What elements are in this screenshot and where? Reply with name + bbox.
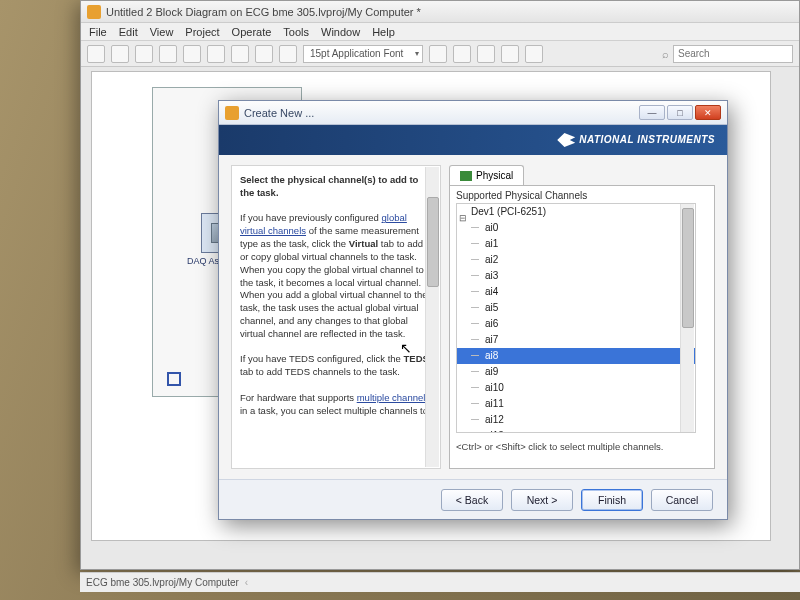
menu-operate[interactable]: Operate — [232, 26, 272, 38]
help-text: in a task, you can select multiple chann… — [240, 405, 428, 416]
cancel-button[interactable]: Cancel — [651, 489, 713, 511]
tree-scrollbar[interactable] — [680, 204, 694, 432]
menu-project[interactable]: Project — [185, 26, 219, 38]
distribute-button[interactable] — [453, 45, 471, 63]
tree-channel-ai7[interactable]: ai7 — [457, 332, 695, 348]
help-scroll-thumb[interactable] — [427, 197, 439, 287]
device-label: Dev1 (PCI-6251) — [471, 206, 546, 217]
tree-heading: Supported Physical Channels — [450, 186, 714, 203]
status-sep: ‹ — [245, 577, 248, 588]
back-button[interactable]: < Back — [441, 489, 503, 511]
tree-channel-ai12[interactable]: ai12 — [457, 412, 695, 428]
menu-view[interactable]: View — [150, 26, 174, 38]
tree-channel-ai13[interactable]: ai13 — [457, 428, 695, 433]
window-title: Untitled 2 Block Diagram on ECG bme 305.… — [106, 6, 421, 18]
tree-scroll-thumb[interactable] — [682, 208, 694, 328]
next-button[interactable]: Next > — [511, 489, 573, 511]
channel-pane: Physical Supported Physical Channels Dev… — [449, 165, 715, 469]
help-text: tab to add or copy global virtual channe… — [240, 238, 428, 339]
tree-channel-ai3[interactable]: ai3 — [457, 268, 695, 284]
menu-window[interactable]: Window — [321, 26, 360, 38]
tree-channel-ai9[interactable]: ai9 — [457, 364, 695, 380]
tree-channel-ai2[interactable]: ai2 — [457, 252, 695, 268]
maximize-button[interactable]: □ — [667, 105, 693, 120]
resize-button[interactable] — [477, 45, 495, 63]
reorder-button[interactable] — [501, 45, 519, 63]
dialog-titlebar[interactable]: Create New ... — □ ✕ — [219, 101, 727, 125]
tab-physical[interactable]: Physical — [449, 165, 524, 185]
menu-tools[interactable]: Tools — [283, 26, 309, 38]
highlight-button[interactable] — [183, 45, 201, 63]
search-input[interactable] — [673, 45, 793, 63]
create-new-dialog: Create New ... — □ ✕ NATIONAL INSTRUMENT… — [218, 100, 728, 520]
link-multiple-channels[interactable]: multiple channels — [357, 392, 430, 403]
retain-wire-button[interactable] — [207, 45, 225, 63]
channel-tree[interactable]: Dev1 (PCI-6251) ai0ai1ai2ai3ai4ai5ai6ai7… — [456, 203, 696, 433]
channel-tree-container: Supported Physical Channels Dev1 (PCI-62… — [449, 185, 715, 469]
abort-button[interactable] — [135, 45, 153, 63]
brand-text: NATIONAL INSTRUMENTS — [579, 134, 715, 145]
finish-button[interactable]: Finish — [581, 489, 643, 511]
help-scrollbar[interactable] — [425, 167, 439, 467]
align-button[interactable] — [429, 45, 447, 63]
run-continuous-button[interactable] — [111, 45, 129, 63]
menu-bar: File Edit View Project Operate Tools Win… — [81, 23, 799, 41]
step-into-button[interactable] — [231, 45, 249, 63]
tree-channel-ai0[interactable]: ai0 — [457, 220, 695, 236]
cleanup-button[interactable] — [525, 45, 543, 63]
help-pane: Select the physical channel(s) to add to… — [231, 165, 441, 469]
help-text: If you have TEDS configured, click the — [240, 353, 404, 364]
tab-label: Physical — [476, 170, 513, 181]
menu-edit[interactable]: Edit — [119, 26, 138, 38]
tree-channel-ai8[interactable]: ai8 — [457, 348, 695, 364]
close-button[interactable]: ✕ — [695, 105, 721, 120]
font-label: 15pt Application Font — [310, 48, 403, 59]
tree-channel-ai10[interactable]: ai10 — [457, 380, 695, 396]
loop-stop-terminal[interactable] — [167, 372, 181, 386]
status-bar: ECG bme 305.lvproj/My Computer ‹ — [80, 572, 800, 592]
font-selector[interactable]: 15pt Application Font — [303, 45, 423, 63]
pause-button[interactable] — [159, 45, 177, 63]
help-text: For hardware that supports — [240, 392, 357, 403]
dialog-button-row: < Back Next > Finish Cancel — [219, 479, 727, 519]
tree-device-node[interactable]: Dev1 (PCI-6251) — [457, 204, 695, 220]
tree-channel-ai5[interactable]: ai5 — [457, 300, 695, 316]
multiselect-hint: <Ctrl> or <Shift> click to select multip… — [450, 437, 714, 456]
ni-logo: NATIONAL INSTRUMENTS — [557, 133, 715, 147]
physical-tab-icon — [460, 171, 472, 181]
status-path: ECG bme 305.lvproj/My Computer — [86, 577, 239, 588]
dialog-banner: NATIONAL INSTRUMENTS — [219, 125, 727, 155]
menu-file[interactable]: File — [89, 26, 107, 38]
dialog-icon — [225, 106, 239, 120]
step-over-button[interactable] — [255, 45, 273, 63]
tree-channel-ai11[interactable]: ai11 — [457, 396, 695, 412]
dialog-title: Create New ... — [244, 107, 314, 119]
tree-channel-ai6[interactable]: ai6 — [457, 316, 695, 332]
help-text: If you have previously configured — [240, 212, 382, 223]
help-heading: Select the physical channel(s) to add to… — [240, 174, 418, 198]
tree-channel-ai4[interactable]: ai4 — [457, 284, 695, 300]
eagle-icon — [557, 133, 575, 147]
step-out-button[interactable] — [279, 45, 297, 63]
tree-channel-ai1[interactable]: ai1 — [457, 236, 695, 252]
window-titlebar[interactable]: Untitled 2 Block Diagram on ECG bme 305.… — [81, 1, 799, 23]
toolbar: 15pt Application Font ⌕ — [81, 41, 799, 67]
help-text: tab to add TEDS channels to the task. — [240, 366, 400, 377]
help-bold: Virtual — [349, 238, 378, 249]
run-button[interactable] — [87, 45, 105, 63]
search-icon: ⌕ — [662, 48, 669, 60]
menu-help[interactable]: Help — [372, 26, 395, 38]
minimize-button[interactable]: — — [639, 105, 665, 120]
app-icon — [87, 5, 101, 19]
